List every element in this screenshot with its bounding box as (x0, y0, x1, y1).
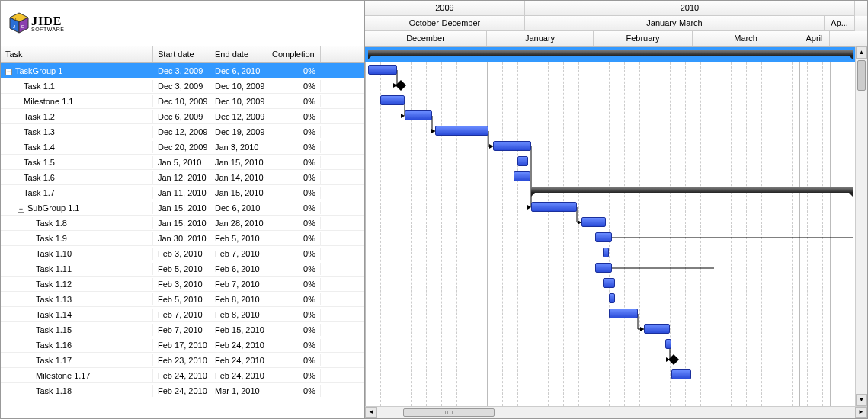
gantt-row[interactable] (365, 291, 867, 306)
table-row[interactable]: Task 1.1Dec 3, 2009Dec 10, 20090% (1, 78, 364, 94)
cell-spacer (321, 206, 364, 210)
task-bar[interactable] (435, 126, 488, 136)
col-header-end[interactable]: End date (210, 46, 267, 62)
task-bar[interactable] (603, 278, 615, 288)
tree-collapse-icon[interactable]: − (18, 206, 24, 213)
gantt-row[interactable] (365, 78, 867, 93)
vertical-scrollbar[interactable]: ▲ ▼ (855, 46, 867, 406)
timeline-year[interactable]: 2010 (525, 1, 855, 16)
cell-spacer (321, 359, 364, 362)
col-header-start[interactable]: Start date (153, 46, 210, 62)
timeline-quarter[interactable]: October-December (365, 16, 525, 31)
cell-completion: 0% (267, 202, 321, 214)
scroll-thumb[interactable] (403, 408, 495, 417)
cell-start: Dec 12, 2009 (153, 126, 210, 138)
table-row[interactable]: Task 1.5Jan 5, 2010Jan 15, 20100% (1, 155, 364, 170)
summary-bar[interactable] (531, 187, 853, 193)
table-row[interactable]: Task 1.14Feb 7, 2010Feb 8, 20100% (1, 307, 364, 322)
table-row[interactable]: −SubGroup 1.1Jan 15, 2010Dec 6, 20100% (1, 200, 364, 216)
task-bar[interactable] (493, 141, 531, 151)
table-row[interactable]: Task 1.2Dec 6, 2009Dec 12, 20090% (1, 109, 364, 124)
timeline-year[interactable]: 2009 (365, 1, 525, 16)
col-header-task[interactable]: Task (1, 46, 153, 62)
gantt-row[interactable] (365, 230, 867, 245)
task-bar[interactable] (380, 95, 405, 105)
table-body[interactable]: −TaskGroup 1Dec 3, 2009Dec 6, 20100%Task… (1, 63, 364, 418)
tree-collapse-icon[interactable]: − (5, 69, 12, 75)
task-bar[interactable] (405, 110, 432, 120)
task-bar[interactable] (644, 324, 670, 334)
milestone-diamond-icon[interactable] (396, 80, 406, 91)
timeline-quarter[interactable]: Ap... (825, 16, 855, 31)
task-bar[interactable] (609, 309, 638, 318)
table-row[interactable]: Task 1.13Feb 5, 2010Feb 8, 20100% (1, 292, 364, 307)
task-bar[interactable] (595, 232, 612, 242)
summary-bar[interactable] (368, 50, 853, 56)
table-row[interactable]: Task 1.15Feb 7, 2010Feb 15, 20100% (1, 322, 364, 337)
timeline-month[interactable]: January (487, 31, 594, 46)
gantt-row[interactable] (365, 245, 867, 261)
col-header-completion[interactable]: Completion (267, 46, 321, 62)
gantt-row[interactable] (365, 200, 867, 215)
gantt-row[interactable] (365, 321, 867, 337)
table-row[interactable]: −TaskGroup 1Dec 3, 2009Dec 6, 20100% (1, 63, 364, 78)
task-bar[interactable] (581, 217, 606, 227)
timeline-month[interactable]: February (594, 31, 693, 46)
gantt-row[interactable] (365, 47, 867, 62)
gantt-body[interactable] (365, 47, 867, 406)
table-row[interactable]: Milestone 1.17Feb 24, 2010Feb 24, 20100% (1, 368, 364, 383)
task-bar[interactable] (368, 65, 397, 75)
gantt-row[interactable] (365, 367, 867, 382)
gantt-row[interactable] (365, 337, 867, 352)
gantt-row[interactable] (365, 62, 867, 78)
gantt-row[interactable] (365, 154, 867, 169)
task-bar[interactable] (531, 202, 577, 212)
table-row[interactable]: Task 1.11Feb 5, 2010Feb 6, 20100% (1, 261, 364, 277)
gantt-row[interactable] (365, 93, 867, 108)
gantt-row[interactable] (365, 169, 867, 184)
table-row[interactable]: Task 1.10Feb 3, 2010Feb 7, 20100% (1, 246, 364, 261)
table-row[interactable]: Task 1.4Dec 20, 2009Jan 3, 20100% (1, 139, 364, 155)
timeline-quarters-row: October-DecemberJanuary-MarchAp... (365, 16, 867, 31)
gantt-row[interactable] (365, 123, 867, 139)
table-row[interactable]: Task 1.17Feb 23, 2010Feb 24, 20100% (1, 353, 364, 368)
gantt-row[interactable] (365, 108, 867, 123)
cell-spacer (321, 389, 364, 392)
table-row[interactable]: Task 1.6Jan 12, 2010Jan 14, 20100% (1, 170, 364, 185)
task-bar[interactable] (671, 369, 691, 379)
table-row[interactable]: Task 1.9Jan 30, 2010Feb 5, 20100% (1, 231, 364, 246)
gantt-row[interactable] (365, 139, 867, 154)
timeline-month[interactable]: December (365, 31, 487, 46)
task-bar[interactable] (517, 156, 528, 166)
scroll-right-arrow[interactable]: ► (855, 407, 867, 418)
table-row[interactable]: Task 1.7Jan 11, 2010Jan 15, 20100% (1, 185, 364, 200)
task-bar[interactable] (665, 339, 671, 349)
table-row[interactable]: Milestone 1.1Dec 10, 2009Dec 10, 20090% (1, 94, 364, 109)
scroll-vthumb[interactable] (857, 60, 866, 91)
task-label: Task 1.12 (36, 280, 72, 289)
task-bar[interactable] (603, 248, 609, 257)
table-row[interactable]: Task 1.8Jan 15, 2010Jan 28, 20100% (1, 216, 364, 231)
task-bar[interactable] (595, 263, 612, 273)
gantt-row[interactable] (365, 184, 867, 200)
timeline-month[interactable]: March (693, 31, 799, 46)
scroll-up-arrow[interactable]: ▲ (856, 46, 867, 59)
horizontal-scrollbar[interactable]: ◄ ► (365, 406, 867, 418)
timeline-quarter[interactable]: January-March (525, 16, 825, 31)
scroll-left-arrow[interactable]: ◄ (365, 407, 377, 418)
milestone-diamond-icon[interactable] (668, 354, 679, 365)
gantt-row[interactable] (365, 306, 867, 321)
table-row[interactable]: Task 1.16Feb 17, 2010Feb 24, 20100% (1, 337, 364, 353)
gantt-row[interactable] (365, 352, 867, 367)
scroll-down-arrow[interactable]: ▼ (856, 394, 867, 406)
task-bar[interactable] (609, 293, 615, 303)
gantt-row[interactable] (365, 215, 867, 230)
task-bar[interactable] (514, 171, 530, 181)
gantt-row[interactable] (365, 261, 867, 276)
timeline-month[interactable]: April (799, 31, 830, 46)
table-row[interactable]: Task 1.3Dec 12, 2009Dec 19, 20090% (1, 124, 364, 139)
task-label: Task 1.3 (24, 127, 55, 136)
table-row[interactable]: Task 1.18Feb 24, 2010Mar 1, 20100% (1, 383, 364, 398)
gantt-row[interactable] (365, 276, 867, 291)
table-row[interactable]: Task 1.12Feb 3, 2010Feb 7, 20100% (1, 277, 364, 292)
